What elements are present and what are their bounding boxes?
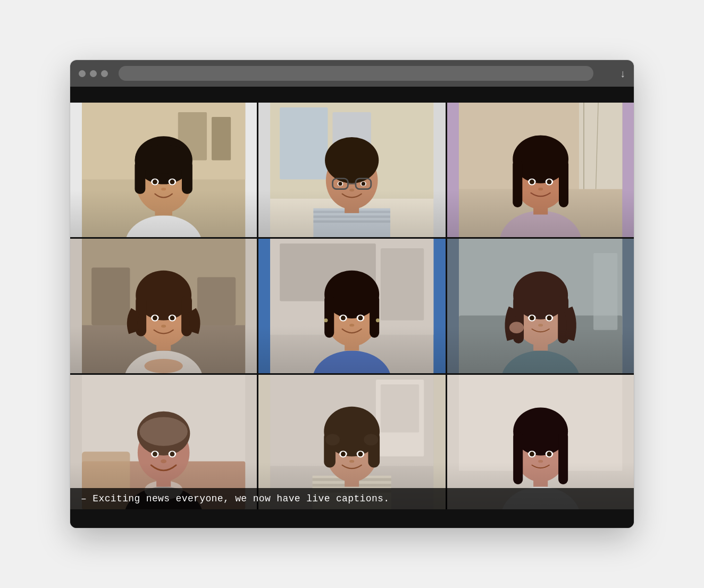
svg-point-91 — [501, 351, 580, 373]
svg-rect-73 — [381, 248, 424, 321]
svg-rect-48 — [559, 159, 568, 207]
svg-rect-40 — [579, 103, 622, 189]
svg-point-67 — [170, 316, 174, 321]
traffic-light-close[interactable] — [79, 70, 86, 77]
svg-point-22 — [314, 215, 391, 237]
svg-point-86 — [376, 318, 380, 322]
svg-point-29 — [325, 137, 379, 183]
svg-rect-79 — [370, 295, 379, 338]
svg-point-37 — [349, 189, 354, 191]
browser-window: ↓ — [70, 60, 634, 528]
video-cell-5-active-speaker — [258, 239, 445, 373]
caption-text: – Exciting news everyone, we now have li… — [81, 493, 389, 504]
svg-rect-121 — [381, 384, 419, 432]
svg-point-116 — [170, 452, 174, 457]
svg-rect-5 — [155, 196, 172, 215]
video-cell-2 — [258, 103, 445, 237]
svg-rect-56 — [91, 267, 130, 325]
svg-point-69 — [145, 359, 183, 373]
svg-point-136 — [341, 452, 346, 457]
svg-point-35 — [339, 182, 342, 186]
svg-point-4 — [125, 215, 202, 237]
svg-rect-3 — [212, 117, 231, 160]
svg-point-51 — [530, 180, 534, 184]
svg-point-66 — [153, 316, 157, 321]
svg-point-138 — [349, 460, 354, 463]
svg-rect-47 — [513, 159, 522, 207]
svg-point-149 — [530, 452, 534, 457]
svg-rect-59 — [156, 332, 171, 350]
svg-rect-25 — [314, 215, 391, 218]
svg-point-112 — [139, 417, 187, 446]
svg-point-102 — [538, 324, 543, 326]
svg-rect-78 — [324, 295, 334, 338]
svg-rect-57 — [197, 277, 236, 325]
svg-point-83 — [358, 316, 363, 321]
svg-point-82 — [341, 316, 346, 321]
traffic-lights — [79, 70, 108, 77]
svg-rect-125 — [313, 484, 391, 486]
participant-2-avatar — [258, 103, 445, 237]
caption-bar: – Exciting news everyone, we now have li… — [70, 488, 634, 509]
svg-point-52 — [547, 180, 551, 184]
svg-point-68 — [161, 325, 166, 327]
svg-point-150 — [547, 452, 551, 457]
traffic-light-minimize[interactable] — [90, 70, 97, 77]
svg-rect-27 — [345, 196, 359, 213]
svg-rect-146 — [558, 432, 568, 484]
video-cell-1 — [70, 103, 257, 237]
svg-rect-44 — [533, 196, 548, 214]
svg-rect-145 — [513, 432, 523, 484]
svg-point-85 — [324, 318, 328, 322]
svg-point-132 — [325, 434, 340, 446]
svg-point-10 — [136, 145, 191, 174]
svg-point-101 — [509, 322, 524, 333]
video-cell-4 — [70, 239, 257, 373]
svg-point-115 — [153, 452, 157, 457]
svg-rect-124 — [313, 478, 391, 481]
svg-rect-20 — [280, 107, 328, 180]
svg-point-58 — [124, 351, 203, 373]
svg-rect-90 — [593, 253, 617, 330]
svg-rect-127 — [345, 468, 359, 486]
black-bar-bottom — [70, 509, 634, 528]
svg-point-43 — [500, 211, 582, 237]
svg-rect-23 — [314, 208, 391, 237]
participant-4-avatar — [70, 239, 257, 373]
participant-3-avatar — [447, 103, 634, 237]
participant-5-avatar — [258, 239, 445, 373]
svg-rect-75 — [345, 332, 359, 350]
participant-1-avatar — [70, 103, 257, 237]
svg-rect-26 — [314, 220, 391, 223]
video-cell-6 — [447, 239, 634, 373]
svg-point-36 — [362, 182, 365, 186]
svg-point-15 — [153, 180, 157, 184]
svg-point-16 — [170, 180, 174, 184]
traffic-light-maximize[interactable] — [101, 70, 108, 77]
video-cell-3 — [447, 103, 634, 237]
svg-rect-142 — [533, 468, 548, 486]
svg-point-133 — [364, 434, 379, 446]
video-grid: – Exciting news everyone, we now have li… — [70, 103, 634, 509]
download-icon[interactable]: ↓ — [620, 68, 625, 80]
participant-6-avatar — [447, 239, 634, 373]
black-bar-top — [70, 87, 634, 103]
svg-point-74 — [313, 351, 391, 373]
svg-point-53 — [538, 188, 543, 190]
svg-rect-92 — [533, 332, 548, 350]
address-bar[interactable] — [119, 66, 593, 81]
svg-point-117 — [161, 459, 166, 463]
svg-point-151 — [538, 460, 543, 463]
browser-titlebar: ↓ — [70, 60, 634, 87]
svg-point-99 — [530, 316, 534, 321]
svg-rect-109 — [156, 468, 171, 486]
svg-point-100 — [547, 316, 551, 321]
svg-point-17 — [161, 188, 166, 190]
svg-point-137 — [358, 452, 363, 457]
browser-content: – Exciting news everyone, we now have li… — [70, 87, 634, 528]
svg-rect-24 — [314, 211, 391, 213]
svg-point-84 — [349, 324, 354, 326]
